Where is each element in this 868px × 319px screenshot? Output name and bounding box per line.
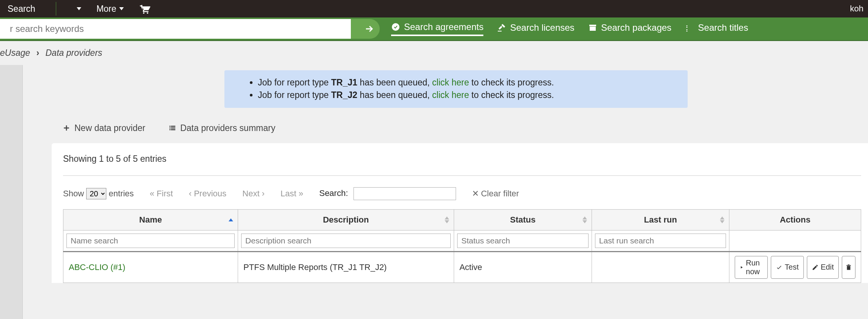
tab-search-titles[interactable]: Search titles <box>685 22 748 35</box>
breadcrumb-page: Data providers <box>46 48 103 58</box>
new-data-provider-button[interactable]: New data provider <box>62 123 145 133</box>
table-row: ABC-CLIO (#1) PTFS Multiple Reports (TR_… <box>63 251 861 283</box>
x-icon: ✕ <box>472 189 479 199</box>
user-label: koh <box>850 4 863 13</box>
check-circle-icon <box>391 22 400 32</box>
caret-down-icon <box>119 7 124 10</box>
user-menu[interactable]: koh <box>850 4 863 14</box>
breadcrumb: eUsage › Data providers <box>0 41 868 65</box>
pager-first[interactable]: « First <box>150 189 173 199</box>
run-now-button[interactable]: Run now <box>735 256 768 279</box>
svg-point-2 <box>392 23 399 31</box>
sort-indicator <box>582 216 587 223</box>
table-search: Search: <box>319 187 456 200</box>
edit-button[interactable]: Edit <box>807 256 839 279</box>
topnav-search-caret[interactable] <box>77 7 81 10</box>
topnav-more[interactable]: More <box>96 4 124 14</box>
data-providers-summary-button[interactable]: Data providers summary <box>168 123 276 133</box>
notice-progress-link[interactable]: click here <box>432 90 469 100</box>
provider-name-link[interactable]: ABC-CLIO (#1) <box>69 262 125 272</box>
topnav-divider <box>56 2 56 16</box>
tab-label: Search licenses <box>510 22 574 33</box>
col-last-run[interactable]: Last run <box>592 209 729 230</box>
clear-filter-button[interactable]: ✕ Clear filter <box>472 189 519 199</box>
pager-last[interactable]: Last » <box>281 189 303 199</box>
svg-point-0 <box>143 12 145 14</box>
pencil-icon <box>812 264 819 271</box>
notice-item: Job for report type TR_J1 has been queue… <box>258 76 677 89</box>
archive-icon <box>588 23 597 32</box>
tab-search-licenses[interactable]: Search licenses <box>497 22 574 35</box>
entries-showing: Showing 1 to 5 of 5 entries <box>63 154 861 164</box>
list-icon <box>168 124 177 132</box>
filter-name[interactable] <box>66 234 235 248</box>
chevrons-left-icon: « <box>150 189 154 199</box>
topnav-more-label: More <box>96 4 116 14</box>
trash-icon <box>845 264 852 271</box>
tab-search-packages[interactable]: Search packages <box>588 22 671 35</box>
notice-item: Job for report type TR_J2 has been queue… <box>258 89 677 101</box>
check-icon <box>776 264 783 271</box>
tab-search-agreements[interactable]: Search agreements <box>391 22 483 36</box>
pager-previous[interactable]: ‹ Previous <box>189 189 226 199</box>
tbtn-label: New data provider <box>74 123 145 133</box>
table-search-input[interactable] <box>354 187 456 200</box>
delete-button[interactable] <box>842 256 855 279</box>
col-name[interactable]: Name <box>63 209 238 230</box>
chevron-right-icon: › <box>262 189 265 199</box>
cart-icon <box>139 3 150 14</box>
plus-icon <box>62 124 71 132</box>
filter-description[interactable] <box>241 234 451 248</box>
chevron-left-icon: ‹ <box>189 189 191 199</box>
filter-actions-empty <box>729 230 861 251</box>
caret-down-icon <box>77 7 81 10</box>
svg-point-1 <box>147 12 148 14</box>
filter-status[interactable] <box>457 234 589 248</box>
notice-progress-link[interactable]: click here <box>432 77 469 87</box>
gavel-icon <box>497 23 506 32</box>
sort-indicator <box>720 216 724 223</box>
cart-button[interactable] <box>139 3 150 14</box>
breadcrumb-sep: › <box>36 48 39 58</box>
col-description[interactable]: Description <box>238 209 454 230</box>
provider-description: PTFS Multiple Reports (TR_J1 TR_J2) <box>238 251 454 283</box>
provider-status: Active <box>454 251 592 283</box>
chevrons-right-icon: » <box>298 189 303 199</box>
tbtn-label: Data providers summary <box>180 123 276 133</box>
tab-label: Search agreements <box>404 22 483 32</box>
keyword-search-input[interactable] <box>10 24 355 34</box>
topnav-search[interactable]: Search <box>8 4 35 14</box>
keyword-search-submit[interactable] <box>351 19 380 39</box>
test-button[interactable]: Test <box>771 256 804 279</box>
queued-jobs-notice: Job for report type TR_J1 has been queue… <box>224 70 688 108</box>
topnav-search-label: Search <box>8 4 35 14</box>
entries-per-page: Show 20 entries <box>63 188 134 199</box>
table-search-label: Search: <box>319 188 348 198</box>
sort-az-icon <box>685 23 694 32</box>
col-actions: Actions <box>729 209 861 230</box>
sort-indicator <box>229 218 233 221</box>
provider-last-run <box>592 251 729 283</box>
tab-label: Search titles <box>698 22 748 33</box>
keyword-search-wrap <box>0 19 365 39</box>
pager-next[interactable]: Next › <box>242 189 265 199</box>
col-status[interactable]: Status <box>454 209 592 230</box>
left-sidebar <box>0 65 23 319</box>
play-icon <box>740 264 743 271</box>
filter-last-run[interactable] <box>595 234 726 248</box>
tab-label: Search packages <box>601 22 671 33</box>
sort-indicator <box>445 216 449 223</box>
entries-select[interactable]: 20 <box>86 188 106 199</box>
arrow-right-icon <box>364 24 374 34</box>
data-providers-table: Name Description Status Last run <box>63 209 861 283</box>
breadcrumb-section[interactable]: eUsage <box>0 48 30 58</box>
